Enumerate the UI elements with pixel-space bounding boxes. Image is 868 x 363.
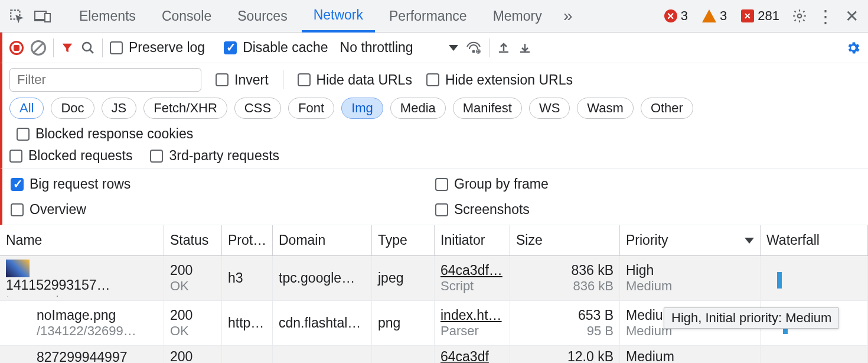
import-har-icon[interactable] (518, 41, 532, 55)
cell-waterfall (761, 346, 868, 363)
cell-waterfall (761, 256, 868, 300)
initiator-link[interactable]: 64ca3df (440, 349, 504, 363)
filter-pill-js[interactable]: JS (102, 98, 137, 119)
tab-elements[interactable]: Elements (67, 0, 148, 33)
record-button[interactable] (9, 41, 24, 55)
cell-priority: Medium (620, 346, 761, 363)
overview-checkbox[interactable]: Overview (11, 202, 435, 218)
column-priority[interactable]: Priority (620, 225, 761, 255)
filter-pill-doc[interactable]: Doc (51, 98, 94, 119)
filter-pill-ws[interactable]: WS (529, 98, 570, 119)
invert-checkbox[interactable]: Invert (216, 72, 269, 88)
more-tabs-icon[interactable]: » (556, 4, 580, 28)
tab-performance[interactable]: Performance (377, 0, 479, 33)
tab-sources[interactable]: Sources (226, 0, 299, 33)
warning-count[interactable]: 3 (702, 8, 727, 24)
disable-cache-label: Disable cache (243, 40, 328, 56)
cell-type: png (372, 301, 435, 345)
tab-memory[interactable]: Memory (481, 0, 554, 33)
tab-console[interactable]: Console (150, 0, 223, 33)
cell-size: 12.0 kB (510, 346, 620, 363)
column-protocol[interactable]: Prot… (222, 225, 273, 255)
filter-pill-wasm[interactable]: Wasm (577, 98, 634, 119)
initiator-link[interactable]: 64ca3df… (440, 262, 504, 278)
settings-gear-icon[interactable] (788, 4, 811, 28)
resource-path: /134122/32699… (37, 323, 136, 339)
throttling-value: No throttling (340, 40, 413, 56)
blocked-requests-label: Blocked requests (28, 148, 132, 164)
table-row[interactable]: 141152993157… tpc.googlesyn… 200OK h3 tp… (0, 256, 868, 301)
big-request-rows-checkbox[interactable]: Big request rows (11, 176, 435, 192)
error-count-red[interactable]: ✕3 (664, 8, 688, 24)
cell-status: 200OK (164, 256, 222, 300)
inspect-element-icon[interactable] (5, 4, 28, 28)
column-size[interactable]: Size (510, 225, 620, 255)
cell-status: 200OK (164, 301, 222, 345)
throttling-select[interactable]: No throttling (340, 40, 458, 56)
group-by-frame-checkbox[interactable]: Group by frame (435, 176, 860, 192)
filter-section: Invert Hide data URLs Hide extension URL… (0, 63, 868, 169)
preserve-log-checkbox[interactable]: Preserve log (110, 40, 205, 56)
third-party-label: 3rd-party requests (169, 148, 279, 164)
export-har-icon[interactable] (497, 41, 511, 55)
search-icon[interactable] (81, 41, 95, 55)
table-row[interactable]: 827299944997 200 64ca3df 12.0 kB Medium (0, 346, 868, 363)
caret-down-icon (449, 45, 458, 51)
hide-data-urls-checkbox[interactable]: Hide data URLs (298, 72, 412, 88)
cell-protocol: h3 (222, 256, 273, 300)
third-party-checkbox[interactable]: 3rd-party requests (150, 148, 279, 164)
cell-size: 836 kB836 kB (510, 256, 620, 300)
column-name[interactable]: Name (0, 225, 164, 255)
blocked-response-cookies-checkbox[interactable]: Blocked response cookies (17, 126, 193, 142)
network-settings-gear-icon[interactable] (846, 40, 861, 56)
column-type[interactable]: Type (372, 225, 435, 255)
blocked-requests-checkbox[interactable]: Blocked requests (9, 148, 132, 164)
invert-label: Invert (234, 72, 269, 88)
column-initiator[interactable]: Initiator (435, 225, 510, 255)
filter-pill-font[interactable]: Font (288, 98, 334, 119)
hide-data-urls-label: Hide data URLs (316, 72, 412, 88)
device-toggle-icon[interactable] (31, 4, 54, 28)
overview-label: Overview (30, 202, 86, 218)
filter-pill-media[interactable]: Media (390, 98, 446, 119)
clear-button[interactable] (31, 40, 46, 56)
cell-domain (273, 346, 372, 363)
toolbar-divider (102, 38, 103, 57)
resource-name: noImage.png (37, 307, 136, 323)
devtools-tabstrip: Elements Console Sources Network Perform… (0, 0, 868, 33)
resource-path: tpc.googlesyn… (6, 293, 110, 297)
filter-input[interactable] (9, 68, 201, 92)
warning-count-value: 3 (720, 8, 727, 24)
network-conditions-icon[interactable] (465, 41, 482, 55)
filter-pill-other[interactable]: Other (641, 98, 693, 119)
kebab-menu-icon[interactable]: ⋮ (814, 4, 837, 28)
toolbar-divider (489, 38, 490, 57)
priority-tooltip: High, Initial priority: Medium (664, 307, 839, 329)
hide-extension-urls-label: Hide extension URLs (445, 72, 573, 88)
screenshots-checkbox[interactable]: Screenshots (435, 202, 860, 218)
filter-pill-img[interactable]: Img (341, 98, 383, 119)
hide-extension-urls-checkbox[interactable]: Hide extension URLs (426, 72, 573, 88)
cell-initiator: 64ca3df…Script (435, 256, 510, 300)
filter-divider (283, 70, 283, 89)
column-domain[interactable]: Domain (273, 225, 372, 255)
filter-pill-css[interactable]: CSS (234, 98, 281, 119)
filter-pill-fetchxhr[interactable]: Fetch/XHR (143, 98, 227, 119)
cell-status: 200 (164, 346, 222, 363)
filter-pill-manifest[interactable]: Manifest (453, 98, 522, 119)
issue-count[interactable]: ✕281 (741, 8, 779, 24)
cell-protocol: http… (222, 301, 273, 345)
filter-pill-all[interactable]: All (9, 98, 44, 119)
cell-name: noImage.png /134122/32699… (0, 301, 164, 345)
column-status[interactable]: Status (164, 225, 222, 255)
initiator-link[interactable]: index.ht… (440, 307, 504, 323)
tab-network[interactable]: Network (302, 0, 375, 33)
disable-cache-checkbox[interactable]: Disable cache (224, 40, 328, 56)
close-devtools-icon[interactable]: ✕ (840, 4, 863, 28)
cell-size: 653 B95 B (510, 301, 620, 345)
cell-type (372, 346, 435, 363)
svg-point-4 (83, 43, 91, 51)
issue-count-value: 281 (758, 8, 779, 24)
filter-icon[interactable] (61, 41, 74, 54)
column-waterfall[interactable]: Waterfall (761, 225, 868, 255)
